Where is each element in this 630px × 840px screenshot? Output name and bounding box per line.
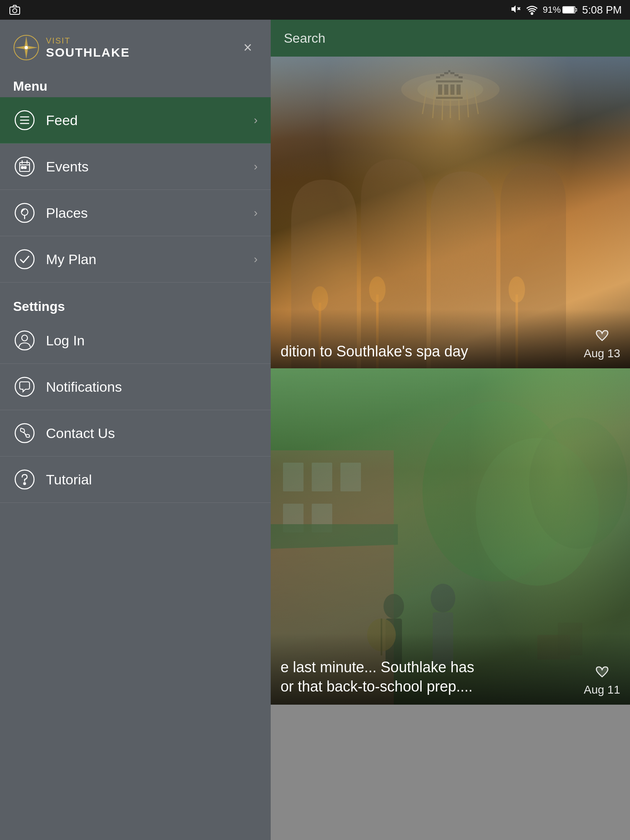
myplan-label: My Plan (46, 251, 254, 267)
search-placeholder[interactable]: Search (284, 31, 617, 46)
card-1-meta: Aug 13 (584, 326, 620, 360)
question-icon (13, 468, 36, 491)
card-2-text: e last minute... Southlake has or that b… (281, 658, 584, 696)
status-bar-right: 91% 5:08 PM (510, 4, 622, 16)
myplan-chevron: › (254, 253, 258, 266)
menu-item-myplan[interactable]: My Plan › (0, 236, 271, 283)
like-icon-2[interactable] (592, 662, 612, 682)
svg-point-31 (24, 483, 26, 485)
svg-rect-21 (24, 167, 26, 169)
logo-area: VISIT SOUTHLAKE (13, 34, 130, 61)
svg-point-27 (22, 335, 27, 341)
notifications-label: Notifications (46, 379, 258, 395)
battery-status: 91% (543, 5, 577, 15)
list-icon (13, 109, 36, 132)
feed-label: Feed (46, 112, 254, 128)
menu-item-tutorial[interactable]: Tutorial (0, 457, 271, 503)
menu-item-notifications[interactable]: Notifications (0, 364, 271, 410)
card-2-caption: e last minute... Southlake has or that b… (271, 633, 630, 705)
svg-point-25 (15, 250, 34, 269)
main-layout: VISIT SOUTHLAKE × Menu Feed › (0, 20, 630, 840)
svg-point-22 (15, 203, 34, 222)
person-icon (13, 329, 36, 352)
status-bar-left (8, 3, 21, 16)
svg-point-1 (13, 9, 17, 13)
svg-point-4 (531, 13, 533, 14)
places-chevron: › (254, 206, 258, 219)
feed-chevron: › (254, 114, 258, 127)
logo-visit-label: VISIT (46, 36, 130, 46)
contact-label: Contact Us (46, 425, 258, 441)
card-1-title: dition to Southlake's spa day (281, 343, 584, 360)
events-chevron: › (254, 160, 258, 173)
check-circle-icon (13, 248, 36, 271)
svg-point-42 (312, 286, 328, 311)
close-button[interactable]: × (238, 38, 258, 57)
card-2-line1: e last minute... Southlake has (281, 658, 584, 677)
card-2-date: Aug 11 (584, 683, 620, 696)
places-label: Places (46, 205, 254, 221)
content-area: Search (271, 20, 630, 840)
like-icon-1[interactable] (592, 326, 612, 345)
flag-icon (13, 201, 36, 224)
logo-name-label: SOUTHLAKE (46, 46, 130, 59)
svg-rect-6 (563, 7, 574, 13)
status-time: 5:08 PM (582, 4, 622, 16)
content-card-1[interactable]: dition to Southlake's spa day Aug 13 (271, 57, 630, 368)
sidebar: VISIT SOUTHLAKE × Menu Feed › (0, 20, 271, 840)
wifi-icon (526, 4, 538, 16)
svg-point-44 (369, 276, 386, 303)
svg-rect-0 (10, 7, 20, 14)
svg-rect-20 (21, 167, 23, 169)
menu-section-title: Menu (0, 72, 271, 97)
settings-section-title: Settings (0, 292, 271, 317)
camera-icon (8, 3, 21, 16)
events-label: Events (46, 159, 254, 175)
sidebar-header: VISIT SOUTHLAKE × (0, 20, 271, 72)
svg-point-57 (383, 594, 404, 619)
chat-bubble-icon (13, 375, 36, 398)
menu-item-events[interactable]: Events › (0, 144, 271, 190)
card-2-line2: or that back-to-school prep.... (281, 677, 584, 696)
logo-star-icon (13, 34, 39, 61)
logo-text: VISIT SOUTHLAKE (46, 36, 130, 59)
login-label: Log In (46, 333, 258, 349)
menu-item-feed[interactable]: Feed › (0, 97, 271, 144)
menu-item-places[interactable]: Places › (0, 190, 271, 236)
search-bar[interactable]: Search (271, 20, 630, 57)
mute-icon (510, 4, 521, 16)
status-bar: 91% 5:08 PM (0, 0, 630, 20)
svg-point-46 (509, 276, 525, 303)
svg-point-28 (15, 377, 34, 396)
card-2-meta: Aug 11 (584, 662, 620, 696)
menu-item-login[interactable]: Log In (0, 317, 271, 364)
card-1-date: Aug 13 (584, 347, 620, 360)
phone-icon (13, 422, 36, 445)
menu-item-contact[interactable]: Contact Us (0, 410, 271, 457)
card-1-overlay: dition to Southlake's spa day Aug 13 (271, 309, 630, 368)
content-card-2[interactable]: e last minute... Southlake has or that b… (271, 368, 630, 705)
svg-point-10 (25, 46, 28, 49)
calendar-icon (13, 155, 36, 178)
tutorial-label: Tutorial (46, 472, 258, 488)
